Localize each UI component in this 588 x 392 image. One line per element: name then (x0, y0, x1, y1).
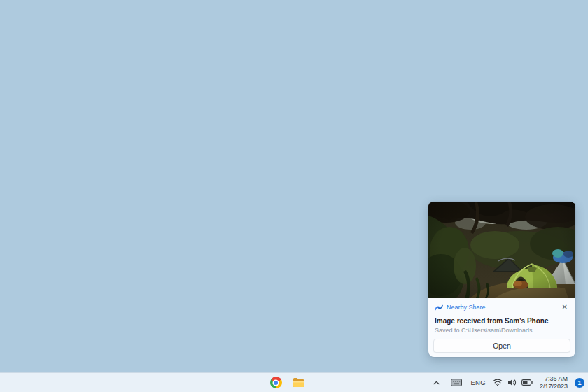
notification-count-badge[interactable]: 1 (575, 378, 584, 388)
notification-header: Nearby Share ✕ (428, 298, 575, 312)
quick-settings-group[interactable] (493, 379, 533, 386)
notification-saved-path: Saved to C:\Users\sam\Downloads (428, 327, 575, 334)
file-explorer-taskbar-button[interactable] (290, 374, 307, 391)
close-icon[interactable]: ✕ (561, 303, 569, 312)
chrome-taskbar-button[interactable] (267, 374, 284, 391)
battery-icon (522, 379, 533, 386)
clock-time: 7:36 AM (540, 375, 568, 383)
taskbar: ENG 7:36 AM 2/17/2023 1 (0, 372, 588, 392)
campsite-photo (428, 202, 575, 298)
nearby-share-icon (435, 304, 443, 312)
wifi-icon (493, 379, 503, 386)
chrome-icon (270, 377, 282, 388)
app-attribution: Nearby Share (435, 304, 486, 312)
clock[interactable]: 7:36 AM 2/17/2023 (540, 375, 568, 391)
taskbar-pinned-apps (267, 373, 307, 392)
touch-keyboard-button[interactable] (449, 374, 463, 391)
taskbar-system-tray: ENG 7:36 AM 2/17/2023 1 (430, 373, 584, 392)
received-image-preview[interactable] (428, 202, 575, 298)
volume-icon (507, 379, 517, 386)
language-indicator[interactable]: ENG (470, 379, 486, 386)
clock-date: 2/17/2023 (540, 383, 568, 391)
app-name-label: Nearby Share (447, 304, 486, 311)
chevron-up-icon (433, 381, 440, 385)
show-hidden-icons-button[interactable] (430, 374, 442, 391)
folder-icon (293, 377, 305, 388)
open-button[interactable]: Open (433, 339, 570, 353)
notification-title: Image received from Sam's Phone (428, 317, 575, 325)
touch-keyboard-icon (451, 379, 462, 386)
nearby-share-notification: Nearby Share ✕ Image received from Sam's… (428, 202, 575, 357)
